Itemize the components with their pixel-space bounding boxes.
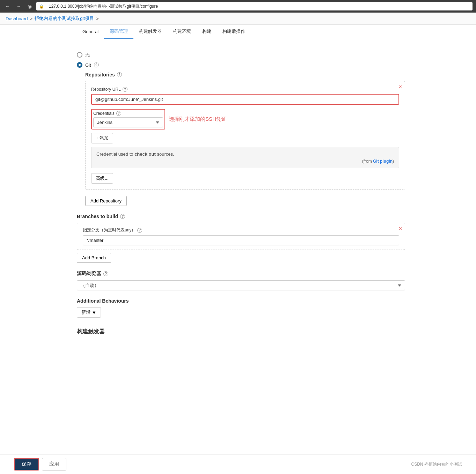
add-repository-wrapper: Add Repository xyxy=(85,194,405,206)
branches-label: Branches to build ? xyxy=(77,214,405,219)
forward-button[interactable]: → xyxy=(15,3,23,10)
tab-source[interactable]: 源码管理 xyxy=(104,25,133,39)
repository-box: × Repository URL ? Credentials ? Jenkins xyxy=(85,81,405,190)
credentials-select-wrapper: Jenkins xyxy=(93,117,163,127)
url-bar[interactable] xyxy=(46,3,470,10)
source-browser-section: 源码浏览器 ? （自动） xyxy=(77,271,405,290)
repo-url-help-icon[interactable]: ? xyxy=(123,87,127,92)
credentials-info-box: Credential used to check out sources. (f… xyxy=(91,147,399,168)
tab-post[interactable]: 构建后操作 xyxy=(217,25,251,39)
additional-behaviours-label: Additional Behaviours xyxy=(77,298,405,304)
back-button[interactable]: ← xyxy=(3,3,12,10)
advanced-button[interactable]: 高级... xyxy=(91,173,113,184)
credentials-box: Credentials ? Jenkins xyxy=(91,109,165,129)
credentials-label: Credentials ? xyxy=(93,111,163,116)
branch-specifier-label: 指定分支（为空时代表any） ? xyxy=(83,227,399,233)
repo-url-label: Repository URL ? xyxy=(91,87,399,92)
radio-none-circle xyxy=(77,52,82,58)
credentials-annotation: 选择刚才添加的SSH凭证 xyxy=(169,116,227,123)
source-browser-select-wrapper: （自动） xyxy=(77,280,405,290)
breadcrumb-sep1: > xyxy=(30,16,33,21)
info-from-suffix: ) xyxy=(393,159,394,164)
branch-box: × 指定分支（为空时代表any） ? xyxy=(77,223,405,250)
tab-triggers[interactable]: 构建触发器 xyxy=(133,25,167,39)
credentials-select[interactable]: Jenkins xyxy=(93,117,163,127)
new-add-button[interactable]: 新增 ▼ xyxy=(77,307,101,318)
add-branch-button[interactable]: Add Branch xyxy=(77,253,111,263)
main-content: 无 Git ? Repositories ? × Repository URL … xyxy=(0,39,419,375)
branches-help-icon[interactable]: ? xyxy=(120,214,125,219)
git-help-icon[interactable]: ? xyxy=(94,62,99,67)
radio-git[interactable]: Git ? xyxy=(77,62,405,68)
browser-chrome: ← → ◉ 🔒 xyxy=(0,0,476,13)
build-trigger-heading: 构建触发器 xyxy=(77,328,405,335)
add-repository-button[interactable]: Add Repository xyxy=(85,196,127,206)
close-repo-button[interactable]: × xyxy=(399,84,402,90)
info-text-bold: check out xyxy=(134,151,156,157)
source-browser-help-icon[interactable]: ? xyxy=(103,271,108,276)
radio-none-label: 无 xyxy=(85,52,90,58)
breadcrumb: Dashboard > 拒绝内卷的小测试拉取git项目 > xyxy=(0,13,476,25)
radio-git-circle xyxy=(77,62,82,68)
tab-general[interactable]: General xyxy=(77,25,104,39)
tab-build[interactable]: 构建 xyxy=(197,25,217,39)
repositories-label: Repositories ? xyxy=(85,72,405,77)
info-from-prefix: (from xyxy=(362,159,373,164)
tab-environment[interactable]: 构建环境 xyxy=(167,25,197,39)
reload-button[interactable]: ◉ xyxy=(26,3,34,10)
radio-none[interactable]: 无 xyxy=(77,52,405,58)
source-browser-select[interactable]: （自动） xyxy=(77,280,405,290)
info-text-prefix: Credential used to xyxy=(96,151,134,157)
repositories-help-icon[interactable]: ? xyxy=(117,72,122,77)
source-browser-label: 源码浏览器 ? xyxy=(77,271,405,277)
build-trigger-section: 构建触发器 xyxy=(77,328,405,335)
chevron-down-icon: ▼ xyxy=(92,310,96,315)
breadcrumb-dashboard[interactable]: Dashboard xyxy=(6,16,28,21)
credentials-help-icon[interactable]: ? xyxy=(116,111,121,116)
additional-behaviours-section: Additional Behaviours 新增 ▼ xyxy=(77,298,405,318)
credentials-row: Credentials ? Jenkins 选择刚才添加的SSH凭证 xyxy=(91,109,399,129)
add-credentials-button[interactable]: + 添加 xyxy=(91,133,113,143)
repo-url-input-wrapper xyxy=(91,94,399,105)
close-branch-button[interactable]: × xyxy=(399,226,402,231)
tabs-bar: General 源码管理 构建触发器 构建环境 构建 构建后操作 xyxy=(0,25,476,39)
repo-url-input[interactable] xyxy=(92,95,398,104)
info-text-suffix: sources. xyxy=(156,151,174,157)
branch-specifier-help-icon[interactable]: ? xyxy=(137,228,142,233)
breadcrumb-sep2: > xyxy=(96,16,99,21)
new-add-label: 新增 xyxy=(81,309,90,316)
branch-specifier-input[interactable] xyxy=(83,235,399,245)
branches-section: Branches to build ? × 指定分支（为空时代表any） ? A… xyxy=(77,214,405,263)
radio-git-label: Git xyxy=(85,62,91,68)
git-plugin-link[interactable]: Git plugin xyxy=(373,159,393,164)
breadcrumb-project[interactable]: 拒绝内卷的小测试拉取git项目 xyxy=(35,15,94,22)
